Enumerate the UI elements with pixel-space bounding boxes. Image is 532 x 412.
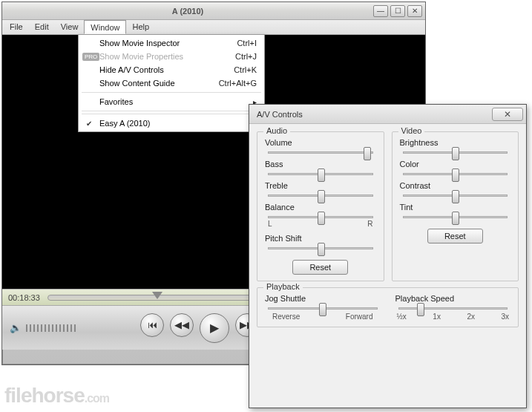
playback-speed-label: Playback Speed — [395, 294, 511, 303]
balance-label: Balance — [265, 203, 376, 212]
play-button[interactable]: ▶ — [200, 313, 229, 343]
video-legend: Video — [398, 126, 425, 135]
dialog-title-bar[interactable]: A/V Controls ✕ — [249, 105, 526, 124]
volume-icon[interactable]: 🔈 — [10, 322, 22, 333]
menu-item-shortcut: Ctrl+J — [235, 52, 257, 61]
menu-window-item-current[interactable]: Easy A (2010) — [80, 117, 263, 130]
speed-thumb[interactable] — [417, 303, 424, 316]
menu-show-movie-properties: PRO Show Movie Properties Ctrl+J — [80, 50, 263, 63]
maximize-button[interactable]: ☐ — [390, 5, 405, 17]
contrast-slider[interactable] — [403, 194, 508, 197]
volume-slider[interactable] — [268, 151, 373, 154]
menu-item-label: Easy A (2010) — [99, 119, 151, 128]
playhead-thumb[interactable] — [152, 292, 162, 299]
pro-badge: PRO — [82, 53, 99, 61]
menu-separator — [82, 114, 261, 114]
audio-reset-button[interactable]: Reset — [292, 260, 348, 275]
window-menu-dropdown: Show Movie Inspector Ctrl+I PRO Show Mov… — [78, 34, 265, 132]
menu-hide-av-controls[interactable]: Hide A/V Controls Ctrl+K — [80, 63, 263, 76]
jog-thumb[interactable] — [319, 303, 326, 316]
video-reset-button[interactable]: Reset — [427, 229, 483, 243]
step-back-button[interactable]: ◀◀ — [170, 313, 194, 337]
window-title: A (2010) — [172, 7, 203, 16]
brightness-label: Brightness — [400, 138, 511, 147]
speed-tick: 3x — [501, 313, 509, 321]
audio-group: Audio Volume Bass Treble Balance LR — [257, 131, 384, 281]
balance-left-label: L — [268, 220, 272, 228]
av-controls-dialog: A/V Controls ✕ Audio Volume Bass Treble — [249, 104, 527, 408]
menu-separator — [82, 92, 261, 93]
color-label: Color — [400, 160, 511, 169]
watermark: filehorse.com — [4, 384, 109, 408]
contrast-thumb[interactable] — [452, 190, 459, 203]
audio-legend: Audio — [263, 126, 290, 135]
dialog-title: A/V Controls — [257, 110, 303, 119]
menu-show-content-guide[interactable]: Show Content Guide Ctrl+Alt+G — [80, 76, 263, 90]
title-bar: A (2010) — ☐ ✕ — [2, 2, 425, 20]
treble-thumb[interactable] — [318, 190, 325, 203]
balance-slider[interactable] — [268, 216, 373, 218]
tint-slider[interactable] — [403, 216, 508, 218]
volume-label: Volume — [265, 138, 376, 147]
menu-separator — [82, 111, 261, 111]
pitch-thumb[interactable] — [318, 243, 325, 256]
treble-slider[interactable] — [268, 194, 373, 197]
menu-window[interactable]: Window — [84, 20, 126, 34]
menu-favorites[interactable]: Favorites — [80, 95, 263, 108]
minimize-button[interactable]: — — [373, 5, 388, 17]
volume-thumb[interactable] — [364, 147, 371, 160]
watermark-tld: .com — [85, 392, 109, 405]
menu-edit[interactable]: Edit — [29, 20, 55, 34]
jog-reverse-label: Reverse — [272, 313, 300, 321]
balance-thumb[interactable] — [318, 212, 325, 225]
pitch-label: Pitch Shift — [265, 234, 376, 243]
pitch-slider[interactable] — [268, 247, 373, 249]
bass-slider[interactable] — [268, 173, 373, 175]
playback-group: Playback Jog Shuttle Reverse Forward Pla… — [257, 287, 519, 327]
jog-shuttle-label: Jog Shuttle — [265, 294, 381, 303]
jog-shuttle-slider[interactable] — [268, 307, 378, 310]
close-button[interactable]: ✕ — [407, 5, 422, 17]
speed-tick: ½x — [397, 313, 407, 321]
bass-label: Bass — [265, 160, 376, 169]
menu-show-movie-inspector[interactable]: Show Movie Inspector Ctrl+I — [80, 36, 263, 50]
color-slider[interactable] — [403, 173, 508, 175]
speed-tick: 1x — [433, 313, 441, 321]
tint-label: Tint — [400, 203, 511, 212]
tint-thumb[interactable] — [452, 212, 459, 225]
menu-item-label: Favorites — [99, 97, 133, 106]
jog-forward-label: Forward — [346, 313, 373, 321]
balance-right-label: R — [367, 220, 372, 228]
menu-file[interactable]: File — [4, 20, 29, 34]
contrast-label: Contrast — [400, 181, 511, 190]
time-display: 00:18:33 — [8, 293, 40, 302]
rewind-button[interactable]: ⏮ — [140, 313, 164, 337]
video-group: Video Brightness Color Contrast Tint — [392, 131, 519, 281]
watermark-brand: filehorse — [4, 384, 85, 407]
menu-item-shortcut: Ctrl+K — [234, 65, 257, 74]
menu-item-shortcut: Ctrl+Alt+G — [219, 79, 257, 88]
brightness-thumb[interactable] — [452, 147, 459, 160]
volume-slider[interactable] — [26, 324, 78, 332]
menu-help[interactable]: Help — [126, 20, 155, 34]
menu-bar: File Edit View Window Help — [2, 20, 425, 35]
menu-item-shortcut: Ctrl+I — [237, 39, 257, 48]
dialog-close-button[interactable]: ✕ — [492, 108, 523, 121]
menu-item-label: Show Content Guide — [99, 79, 175, 88]
treble-label: Treble — [265, 181, 376, 190]
speed-tick: 2x — [467, 313, 475, 321]
brightness-slider[interactable] — [403, 151, 508, 154]
menu-item-label: Show Movie Inspector — [99, 39, 180, 48]
playback-speed-slider[interactable] — [398, 307, 508, 310]
color-thumb[interactable] — [452, 169, 459, 182]
bass-thumb[interactable] — [318, 169, 325, 182]
menu-item-label: Show Movie Properties — [99, 52, 183, 61]
playback-legend: Playback — [263, 282, 303, 291]
menu-item-label: Hide A/V Controls — [99, 65, 164, 74]
menu-view[interactable]: View — [55, 20, 85, 34]
